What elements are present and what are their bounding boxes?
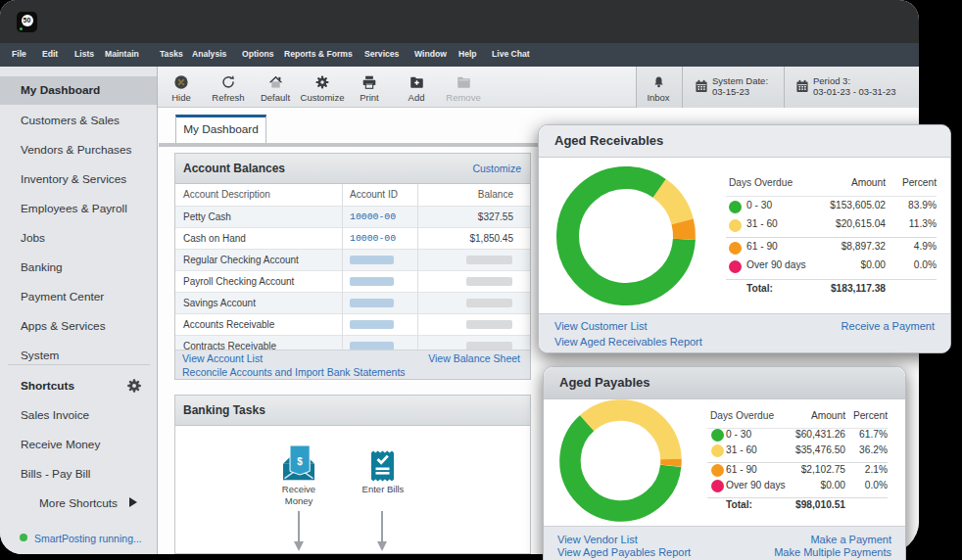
svg-text:$: $ <box>297 456 303 467</box>
